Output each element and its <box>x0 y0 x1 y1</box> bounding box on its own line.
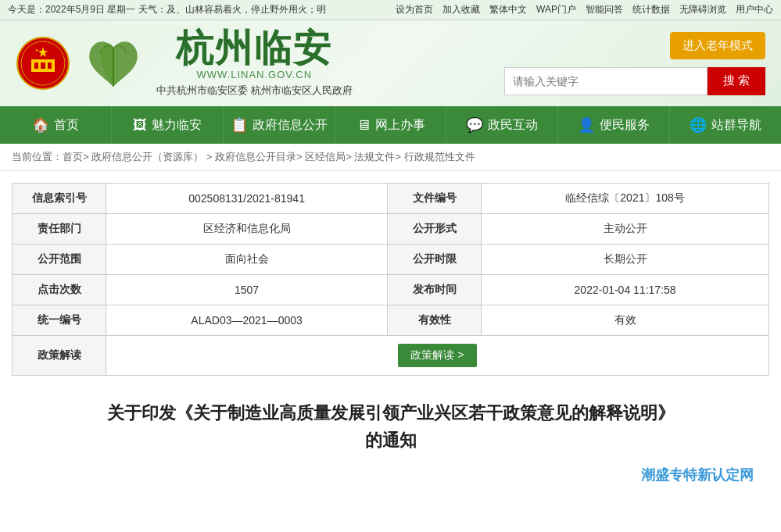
table-row: 信息索引号 002508131/2021-81941 文件编号 临经信综〔202… <box>13 184 769 214</box>
label-index: 信息索引号 <box>13 184 106 214</box>
doc-icon: 📋 <box>231 116 248 134</box>
label-policy: 政策解读 <box>13 336 106 376</box>
table-row: 统一编号 ALAD03—2021—0003 有效性 有效 <box>13 305 769 336</box>
value-timelimit: 长期公开 <box>482 245 769 275</box>
label-validity: 有效性 <box>388 305 482 336</box>
label-clicks: 点击次数 <box>13 275 106 305</box>
nav-item-charm[interactable]: 🖼 魅力临安 <box>112 106 224 144</box>
value-validity: 有效 <box>482 305 769 336</box>
link-set-home[interactable]: 设为首页 <box>396 3 433 16</box>
link-traditional[interactable]: 繁体中文 <box>489 3 527 16</box>
search-button[interactable]: 搜 索 <box>708 67 765 95</box>
site-name-main: 杭州临安 <box>176 30 332 67</box>
nav-label-service: 便民服务 <box>600 117 650 134</box>
main-nav: 🏠 首页 🖼 魅力临安 📋 政府信息公开 🖥 网上办事 💬 政民互动 👤 便民服… <box>0 106 781 144</box>
value-pubtime: 2022-01-04 11:17:58 <box>482 275 769 305</box>
label-unino: 统一编号 <box>13 305 106 336</box>
nav-label-sites: 站群导航 <box>711 117 761 134</box>
link-user[interactable]: 用户中心 <box>736 3 773 16</box>
label-pubtime: 发布时间 <box>388 275 482 305</box>
national-emblem <box>16 36 70 91</box>
person-icon: 👤 <box>578 116 595 134</box>
nav-item-info[interactable]: 📋 政府信息公开 <box>224 106 335 144</box>
nav-item-online[interactable]: 🖥 网上办事 <box>335 106 447 144</box>
breadcrumb-text: 当前位置：首页> 政府信息公开（资源库） > 政府信息公开目录> 区经信局> 法… <box>12 151 475 162</box>
link-accessibility[interactable]: 无障碍浏览 <box>679 3 726 16</box>
value-docno: 临经信综〔2021〕108号 <box>482 184 769 214</box>
value-index: 002508131/2021-81941 <box>106 184 388 214</box>
top-bar: 今天是：2022年5月9日 星期一 天气：及、山林容易着火，停止野外用火；明 设… <box>0 0 781 20</box>
label-dept: 责任部门 <box>13 214 106 245</box>
link-stats[interactable]: 统计数据 <box>632 3 670 16</box>
link-ai[interactable]: 智能问答 <box>586 3 623 16</box>
home-icon: 🏠 <box>32 116 49 134</box>
chat-icon: 💬 <box>466 116 483 134</box>
value-scope: 面向社会 <box>106 245 388 275</box>
elder-mode-button[interactable]: 进入老年模式 <box>670 32 765 59</box>
nav-label-home: 首页 <box>54 117 79 134</box>
nav-item-service[interactable]: 👤 便民服务 <box>558 106 670 144</box>
link-bookmark[interactable]: 加入收藏 <box>442 3 480 16</box>
svg-rect-4 <box>41 62 45 69</box>
top-bar-date: 今天是：2022年5月9日 星期一 天气：及、山林容易着火，停止野外用火；明 <box>8 3 326 16</box>
value-unino: ALAD03—2021—0003 <box>106 305 388 336</box>
nav-label-online: 网上办事 <box>375 117 425 134</box>
value-pubform: 主动公开 <box>482 214 769 245</box>
label-timelimit: 公开时限 <box>388 245 482 275</box>
nav-item-home[interactable]: 🏠 首页 <box>0 106 112 144</box>
site-org: 中共杭州市临安区委 杭州市临安区人民政府 <box>156 84 353 98</box>
info-table: 信息索引号 002508131/2021-81941 文件编号 临经信综〔202… <box>12 183 769 376</box>
nav-item-interact[interactable]: 💬 政民互动 <box>446 106 558 144</box>
breadcrumb: 当前位置：首页> 政府信息公开（资源库） > 政府信息公开目录> 区经信局> 法… <box>0 144 781 171</box>
label-scope: 公开范围 <box>13 245 106 275</box>
site-title: 杭州临安 WWW.LINAN.GOV.CN 中共杭州市临安区委 杭州市临安区人民… <box>156 30 353 98</box>
top-bar-links: 设为首页 加入收藏 繁体中文 WAP门户 智能问答 统计数据 无障碍浏览 用户中… <box>396 3 773 16</box>
watermark-text: 潮盛专特新认定网 <box>641 467 754 483</box>
article-title: 关于印发《关于制造业高质量发展引领产业兴区若干政策意见的解释说明》的通知 <box>12 391 769 458</box>
ginkgo-icon <box>78 32 149 95</box>
logo-area: 杭州临安 WWW.LINAN.GOV.CN 中共杭州市临安区委 杭州市临安区人民… <box>16 30 353 98</box>
nav-label-info: 政府信息公开 <box>253 117 328 134</box>
header-right: 进入老年模式 搜 索 <box>504 32 765 95</box>
policy-interpret-button[interactable]: 政策解读 > <box>398 344 476 367</box>
value-clicks: 1507 <box>106 275 388 305</box>
table-row: 责任部门 区经济和信息化局 公开形式 主动公开 <box>13 214 769 245</box>
link-wap[interactable]: WAP门户 <box>536 3 576 16</box>
monitor-icon: 🖥 <box>356 117 371 134</box>
svg-rect-3 <box>34 62 38 69</box>
article-title-text: 关于印发《关于制造业高质量发展引领产业兴区若干政策意见的解释说明》的通知 <box>107 403 675 450</box>
policy-btn-cell: 政策解读 > <box>106 336 769 376</box>
label-pubform: 公开形式 <box>388 214 482 245</box>
nav-item-sites[interactable]: 🌐 站群导航 <box>670 106 781 144</box>
info-section: 信息索引号 002508131/2021-81941 文件编号 临经信综〔202… <box>0 171 781 496</box>
table-row: 点击次数 1507 发布时间 2022-01-04 11:17:58 <box>13 275 769 305</box>
nav-label-interact: 政民互动 <box>488 117 538 134</box>
svg-rect-5 <box>48 62 52 69</box>
value-dept: 区经济和信息化局 <box>106 214 388 245</box>
globe-icon: 🌐 <box>690 116 707 134</box>
table-row-policy: 政策解读 政策解读 > <box>13 336 769 376</box>
site-url: WWW.LINAN.GOV.CN <box>196 69 312 80</box>
search-input[interactable] <box>504 67 708 95</box>
nav-label-charm: 魅力临安 <box>152 117 202 134</box>
search-box: 搜 索 <box>504 67 765 95</box>
table-row: 公开范围 面向社会 公开时限 长期公开 <box>13 245 769 275</box>
header: 杭州临安 WWW.LINAN.GOV.CN 中共杭州市临安区委 杭州市临安区人民… <box>0 20 781 106</box>
label-docno: 文件编号 <box>388 184 482 214</box>
image-icon: 🖼 <box>133 117 147 134</box>
